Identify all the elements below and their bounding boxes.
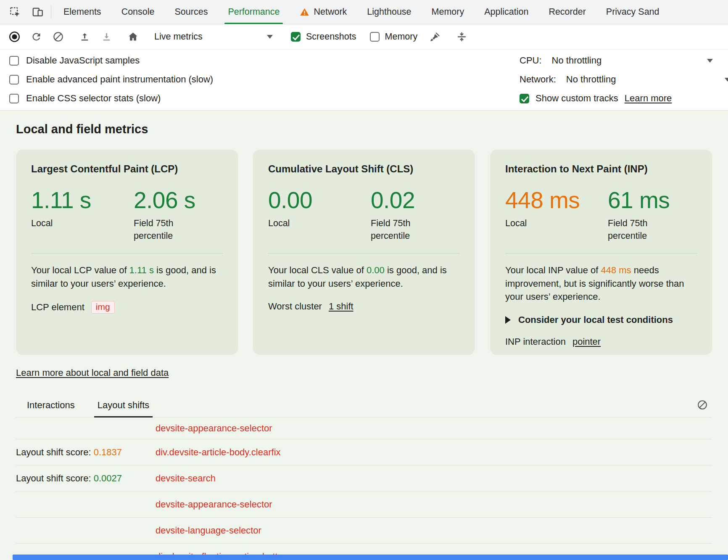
capture-settings-left: Disable JavaScript samples Enable advanc…: [9, 55, 213, 104]
tab-application[interactable]: Application: [474, 0, 538, 24]
history-dropdown[interactable]: Live metrics: [148, 32, 280, 42]
cpu-throttling-select[interactable]: No throttling: [552, 55, 602, 66]
chevron-down-icon[interactable]: [725, 78, 728, 82]
inp-interaction-label: INP interaction: [505, 336, 566, 347]
load-profile-icon[interactable]: [95, 27, 117, 47]
css-selector-stats-row[interactable]: Enable CSS selector stats (slow): [9, 93, 213, 104]
tab-label: Lighthouse: [367, 7, 411, 17]
tab-lighthouse[interactable]: Lighthouse: [357, 0, 421, 24]
device-toolbar-icon[interactable]: [26, 0, 49, 24]
warning-icon: [300, 7, 309, 17]
cls-values: 0.00 Local 0.02 Field 75th percentile: [268, 188, 460, 242]
shifted-element-link[interactable]: devsite-appearance-selector: [156, 499, 272, 510]
tab-label: Console: [121, 7, 155, 17]
cls-description: Your local CLS value of 0.00 is good, an…: [268, 264, 460, 290]
chevron-down-icon[interactable]: [707, 59, 713, 63]
local-test-conditions-expander[interactable]: Consider your local test conditions: [505, 314, 697, 325]
disable-js-samples-checkbox[interactable]: [9, 56, 19, 66]
inp-card-footer: INP interaction pointer: [505, 336, 697, 347]
local-label: Local: [268, 217, 332, 230]
lcp-card-footer: LCP element img: [31, 301, 223, 314]
inp-description: Your local INP value of 448 ms needs imp…: [505, 264, 697, 303]
horizontal-scrollbar-thumb[interactable]: [13, 555, 728, 560]
reload-and-record-button[interactable]: [25, 27, 47, 47]
broom-icon[interactable]: [424, 27, 446, 47]
advanced-paint-checkbox[interactable]: [9, 75, 19, 85]
memory-checkbox[interactable]: [370, 32, 380, 42]
lcp-element-link[interactable]: img: [91, 301, 115, 314]
tab-network[interactable]: Network: [290, 0, 357, 24]
home-icon[interactable]: [122, 27, 144, 47]
divider: [51, 5, 51, 18]
score-value: 0.1837: [94, 447, 122, 457]
shifted-element-link[interactable]: devsite-language-selector: [156, 525, 261, 536]
metric-cards: Largest Contentful Paint (LCP) 1.11 s Lo…: [16, 150, 712, 355]
divider: [505, 253, 697, 254]
tab-label: Privacy Sand: [606, 7, 659, 17]
tab-performance[interactable]: Performance: [218, 0, 290, 24]
tab-label: Sources: [175, 7, 208, 17]
shifted-element-link[interactable]: devsite-search: [156, 473, 216, 484]
shifted-element-link[interactable]: div.devsite-article-body.clearfix: [156, 447, 281, 458]
tab-recorder[interactable]: Recorder: [538, 0, 596, 24]
record-button[interactable]: [3, 27, 25, 47]
worst-cluster-link[interactable]: 1 shift: [329, 301, 353, 312]
page-title: Local and field metrics: [16, 122, 712, 136]
divider: [268, 253, 460, 254]
score-label: Layout shift score:: [16, 447, 94, 457]
clear-log-icon[interactable]: [693, 399, 712, 417]
collapse-icon[interactable]: [451, 27, 472, 47]
custom-tracks-checkbox[interactable]: [520, 94, 529, 103]
history-dropdown-value: Live metrics: [154, 32, 203, 42]
layout-shift-row: devsite-language-selector: [16, 518, 712, 544]
clear-button[interactable]: [47, 27, 69, 47]
custom-tracks-learn-more-link[interactable]: Learn more: [625, 93, 672, 104]
cls-card-title: Cumulative Layout Shift (CLS): [268, 163, 460, 175]
layout-shift-row: Layout shift score: 0.0027 devsite-searc…: [16, 465, 712, 491]
cls-local-value: 0.00: [268, 188, 371, 212]
cpu-throttling-row: CPU: No throttling: [520, 55, 728, 66]
inp-interaction-link[interactable]: pointer: [572, 336, 601, 347]
css-selector-stats-checkbox[interactable]: [9, 94, 19, 103]
local-test-conditions-label: Consider your local test conditions: [518, 314, 673, 325]
tab-sources[interactable]: Sources: [165, 0, 218, 24]
advanced-paint-row[interactable]: Enable advanced paint instrumentation (s…: [9, 74, 213, 85]
inp-field-column: 61 ms Field 75th percentile: [608, 188, 672, 242]
desc-text: Your local CLS value of: [268, 265, 367, 275]
cls-card-footer: Worst cluster 1 shift: [268, 301, 460, 312]
lcp-description: Your local LCP value of 1.11 s is good, …: [31, 264, 223, 290]
lcp-field-value: 2.06 s: [134, 188, 198, 212]
tab-interactions[interactable]: Interactions: [24, 400, 77, 417]
shifted-element-link[interactable]: devsite-appearance-selector: [156, 423, 272, 434]
screenshots-checkbox[interactable]: [291, 32, 301, 42]
tab-memory[interactable]: Memory: [422, 0, 475, 24]
live-metrics-view: Local and field metrics Largest Contentf…: [0, 111, 728, 560]
divider: [31, 253, 223, 254]
tab-elements[interactable]: Elements: [53, 0, 111, 24]
tab-label: Network: [314, 7, 347, 17]
memory-toggle[interactable]: Memory: [363, 32, 425, 42]
tab-console[interactable]: Console: [111, 0, 165, 24]
network-throttling-select[interactable]: No throttling: [566, 74, 616, 85]
inp-local-column: 448 ms Local: [505, 188, 608, 242]
field-label: Field 75th percentile: [134, 217, 198, 242]
local-label: Local: [31, 217, 95, 230]
cls-field-value: 0.02: [371, 188, 435, 212]
tab-layout-shifts[interactable]: Layout shifts: [95, 400, 152, 417]
disable-js-samples-row[interactable]: Disable JavaScript samples: [9, 55, 213, 66]
field-label: Field 75th percentile: [371, 217, 435, 242]
screenshots-toggle[interactable]: Screenshots: [284, 32, 363, 42]
local-field-data-learn-more-link[interactable]: Learn more about local and field data: [16, 367, 169, 378]
layout-shift-row: devsite-appearance-selector: [16, 491, 712, 518]
tab-label: Memory: [432, 7, 464, 17]
inspect-element-icon[interactable]: [3, 0, 26, 24]
inp-card: Interaction to Next Paint (INP) 448 ms L…: [490, 150, 712, 355]
layout-shift-row: Layout shift score: 0.1837 div.devsite-a…: [16, 439, 712, 465]
inp-values: 448 ms Local 61 ms Field 75th percentile: [505, 188, 697, 242]
save-profile-icon[interactable]: [74, 27, 95, 47]
tab-privacy-sandbox[interactable]: Privacy Sand: [596, 0, 670, 24]
show-custom-tracks-row[interactable]: Show custom tracks Learn more: [520, 93, 728, 104]
network-label: Network:: [520, 74, 556, 85]
cls-local-column: 0.00 Local: [268, 188, 371, 242]
desc-value: 448 ms: [601, 265, 631, 275]
